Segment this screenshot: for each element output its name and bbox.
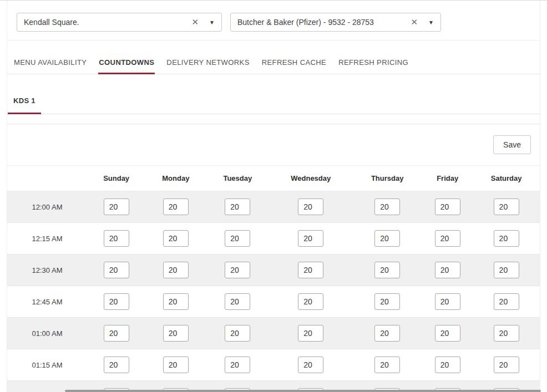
- countdown-input[interactable]: [225, 293, 250, 310]
- countdown-input[interactable]: [435, 230, 460, 247]
- countdown-cell: [473, 191, 540, 223]
- countdown-cell: [269, 191, 352, 223]
- countdown-input[interactable]: [163, 293, 189, 310]
- countdown-input[interactable]: [435, 198, 460, 215]
- countdown-input[interactable]: [104, 357, 129, 373]
- countdown-input[interactable]: [435, 357, 460, 373]
- countdown-cell: [352, 349, 422, 381]
- tab-menu-availability[interactable]: MENU AVAILABILITY: [13, 53, 87, 74]
- tab-refresh-pricing[interactable]: REFRESH PRICING: [338, 53, 409, 74]
- countdown-cell: [87, 191, 145, 223]
- countdown-input[interactable]: [494, 293, 519, 310]
- countdown-input[interactable]: [374, 262, 400, 278]
- countdown-cell: [422, 286, 473, 318]
- countdown-cell: [269, 223, 352, 254]
- column-header-sunday: Sunday: [87, 166, 145, 191]
- countdown-cell: [269, 349, 352, 381]
- countdown-input[interactable]: [298, 230, 323, 247]
- countdown-input[interactable]: [374, 198, 400, 215]
- horizontal-scrollbar-thumb[interactable]: [65, 390, 541, 392]
- chevron-down-icon[interactable]: ▼: [204, 19, 215, 26]
- location-select[interactable]: Kendall Square. ✕ ▼: [17, 13, 222, 32]
- countdown-cell: [87, 223, 145, 254]
- tab-delivery-networks[interactable]: DELIVERY NETWORKS: [166, 53, 250, 74]
- countdown-cell: [422, 191, 473, 223]
- countdown-cell: [352, 254, 422, 286]
- countdown-cell: [352, 223, 422, 254]
- countdown-cell: [269, 286, 352, 318]
- countdown-input[interactable]: [298, 357, 323, 373]
- countdown-input[interactable]: [298, 325, 323, 342]
- countdown-input[interactable]: [163, 325, 189, 342]
- table-row: 12:15 AM: [7, 223, 540, 254]
- countdown-input[interactable]: [494, 262, 519, 278]
- clear-icon[interactable]: ✕: [187, 17, 204, 27]
- countdown-cell: [206, 191, 269, 223]
- countdown-input[interactable]: [104, 230, 129, 247]
- clear-icon[interactable]: ✕: [406, 17, 423, 27]
- countdown-input[interactable]: [494, 198, 519, 215]
- countdown-cell: [145, 318, 206, 349]
- filter-bar: Kendall Square. ✕ ▼ Butcher & Baker (Pfi…: [7, 1, 540, 40]
- countdown-input[interactable]: [225, 325, 250, 342]
- time-label: 12:00 AM: [7, 191, 87, 223]
- countdown-cell: [87, 286, 145, 318]
- countdown-input[interactable]: [298, 293, 323, 310]
- countdown-input[interactable]: [104, 262, 129, 278]
- countdown-input[interactable]: [104, 325, 129, 342]
- table-row: 12:45 AM: [7, 286, 540, 318]
- restaurant-select[interactable]: Butcher & Baker (Pfizer) - 9532 - 28753 …: [230, 13, 441, 32]
- countdown-input[interactable]: [225, 198, 250, 215]
- countdown-cell: [473, 286, 540, 318]
- header-row: SundayMondayTuesdayWednesdayThursdayFrid…: [7, 166, 540, 191]
- countdown-cell: [87, 349, 145, 381]
- time-label: 12:45 AM: [7, 286, 87, 318]
- countdown-input[interactable]: [163, 357, 189, 373]
- table-row: 12:30 AM: [7, 254, 540, 286]
- countdown-cell: [422, 318, 473, 349]
- countdown-cell: [473, 223, 540, 254]
- countdown-input[interactable]: [225, 230, 250, 247]
- countdown-cell: [145, 254, 206, 286]
- column-header-time: [7, 166, 87, 191]
- countdown-input[interactable]: [163, 262, 189, 278]
- countdown-input[interactable]: [104, 198, 129, 215]
- countdown-input[interactable]: [435, 262, 460, 278]
- countdown-input[interactable]: [298, 198, 323, 215]
- countdown-cell: [206, 286, 269, 318]
- time-label: 01:00 AM: [7, 318, 87, 349]
- tab-countdowns[interactable]: COUNTDOWNS: [98, 53, 155, 74]
- column-header-friday: Friday: [422, 166, 473, 191]
- countdown-input[interactable]: [374, 293, 400, 310]
- countdown-input[interactable]: [374, 325, 400, 342]
- countdown-cell: [206, 254, 269, 286]
- countdown-input[interactable]: [374, 230, 400, 247]
- tab-refresh-cache[interactable]: REFRESH CACHE: [261, 53, 327, 74]
- countdown-input[interactable]: [163, 230, 189, 247]
- countdown-input[interactable]: [494, 357, 519, 373]
- countdown-cell: [87, 318, 145, 349]
- countdown-input[interactable]: [494, 325, 519, 342]
- countdown-input[interactable]: [225, 262, 250, 278]
- subtab-bar: KDS 1: [7, 90, 540, 114]
- countdown-input[interactable]: [494, 230, 519, 247]
- countdown-input[interactable]: [435, 325, 460, 342]
- countdown-input[interactable]: [225, 357, 250, 373]
- countdown-cell: [422, 223, 473, 254]
- countdown-input[interactable]: [374, 357, 400, 373]
- countdown-cell: [269, 318, 352, 349]
- chevron-down-icon[interactable]: ▼: [423, 19, 434, 26]
- column-header-saturday: Saturday: [473, 166, 540, 191]
- countdown-input[interactable]: [298, 262, 323, 278]
- countdown-input[interactable]: [163, 198, 189, 215]
- countdown-input[interactable]: [104, 293, 129, 310]
- save-button[interactable]: Save: [493, 135, 531, 154]
- countdown-cell: [145, 349, 206, 381]
- column-header-wednesday: Wednesday: [269, 166, 352, 191]
- countdown-input[interactable]: [435, 293, 460, 310]
- tab-bar: MENU AVAILABILITYCOUNTDOWNSDELIVERY NETW…: [7, 53, 540, 74]
- table-row: 01:15 AM: [7, 349, 540, 381]
- time-label: 12:30 AM: [7, 254, 87, 286]
- subtab-kds-1[interactable]: KDS 1: [8, 90, 41, 114]
- countdown-cell: [206, 318, 269, 349]
